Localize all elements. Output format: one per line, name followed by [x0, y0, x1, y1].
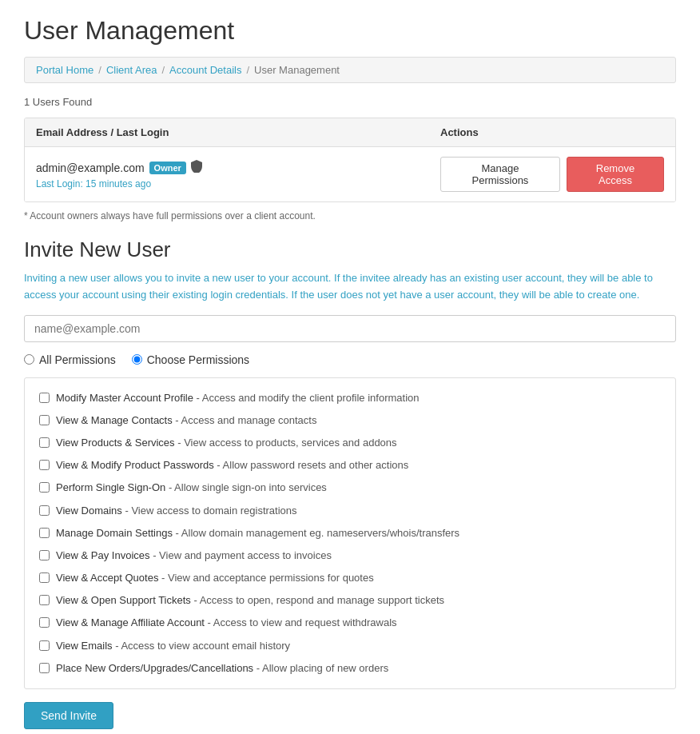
- users-table: Email Address / Last Login Actions admin…: [24, 118, 676, 202]
- owner-badge: Owner: [149, 162, 186, 174]
- user-actions: Manage Permissions Remove Access: [440, 157, 664, 192]
- permission-label-4: Perform Single Sign-On - Allow single si…: [56, 481, 327, 495]
- breadcrumb-sep-3: /: [246, 64, 249, 76]
- breadcrumb-sep-1: /: [98, 64, 101, 76]
- permission-item: View Domains - View access to domain reg…: [39, 504, 661, 518]
- permission-item: Modify Master Account Profile - Access a…: [39, 391, 661, 405]
- permission-item: View & Modify Product Passwords - Allow …: [39, 458, 661, 473]
- permissions-radio-group: All Permissions Choose Permissions: [24, 353, 676, 366]
- invite-description: Inviting a new user allows you to invite…: [24, 270, 676, 304]
- user-email: admin@example.com: [36, 162, 145, 174]
- permission-checkbox-4[interactable]: [39, 482, 50, 493]
- permission-checkbox-3[interactable]: [39, 460, 50, 470]
- send-invite-button[interactable]: Send Invite: [24, 702, 113, 729]
- breadcrumb-portal-home[interactable]: Portal Home: [36, 64, 93, 76]
- radio-all-permissions[interactable]: All Permissions: [24, 353, 116, 366]
- table-header: Email Address / Last Login Actions: [25, 118, 675, 147]
- permission-item: View Products & Services - View access t…: [39, 436, 661, 450]
- invite-title: Invite New User: [24, 237, 676, 262]
- permission-label-12: Place New Orders/Upgrades/Cancellations …: [56, 661, 388, 676]
- permission-checkbox-5[interactable]: [39, 505, 50, 516]
- page-title: User Management: [24, 16, 676, 46]
- permission-item: Manage Domain Settings - Allow domain ma…: [39, 526, 661, 541]
- permission-label-10: View & Manage Affiliate Account - Access…: [56, 616, 397, 630]
- permission-item: View & Manage Affiliate Account - Access…: [39, 616, 661, 630]
- invite-section: Invite New User Inviting a new user allo…: [24, 237, 676, 729]
- permission-label-2: View Products & Services - View access t…: [56, 436, 397, 450]
- radio-choose-label: Choose Permissions: [147, 353, 249, 366]
- permission-checkbox-11[interactable]: [39, 640, 50, 651]
- radio-choose-permissions[interactable]: Choose Permissions: [132, 353, 249, 366]
- permission-item: View & Pay Invoices - View and payment a…: [39, 549, 661, 563]
- remove-access-button[interactable]: Remove Access: [567, 157, 664, 192]
- permission-label-6: Manage Domain Settings - Allow domain ma…: [56, 526, 459, 541]
- permission-label-5: View Domains - View access to domain reg…: [56, 504, 297, 518]
- permission-checkbox-2[interactable]: [39, 437, 50, 448]
- manage-permissions-button[interactable]: Manage Permissions: [440, 157, 560, 192]
- permission-label-3: View & Modify Product Passwords - Allow …: [56, 458, 408, 473]
- permission-label-9: View & Open Support Tickets - Access to …: [56, 593, 444, 608]
- col-header-actions: Actions: [440, 126, 664, 138]
- permission-checkbox-1[interactable]: [39, 415, 50, 425]
- permission-label-7: View & Pay Invoices - View and payment a…: [56, 549, 332, 563]
- breadcrumb-account-details[interactable]: Account Details: [169, 64, 241, 76]
- permission-item: View & Accept Quotes - View and acceptan…: [39, 571, 661, 585]
- email-line: admin@example.com Owner: [36, 160, 440, 176]
- invite-email-input[interactable]: [24, 315, 676, 342]
- breadcrumb-client-area[interactable]: Client Area: [106, 64, 157, 76]
- col-header-email: Email Address / Last Login: [36, 126, 440, 138]
- last-login: Last Login: 15 minutes ago: [36, 178, 440, 189]
- table-row: admin@example.com Owner Last Login: 15 m…: [25, 147, 675, 201]
- permission-checkbox-12[interactable]: [39, 663, 50, 673]
- permissions-footnote: * Account owners always have full permis…: [24, 210, 676, 221]
- user-email-cell: admin@example.com Owner Last Login: 15 m…: [36, 160, 440, 189]
- permission-label-8: View & Accept Quotes - View and acceptan…: [56, 571, 374, 585]
- radio-all-label: All Permissions: [39, 353, 116, 366]
- permission-checkbox-10[interactable]: [39, 617, 50, 628]
- permission-item: View & Manage Contacts - Access and mana…: [39, 413, 661, 428]
- permission-checkbox-9[interactable]: [39, 595, 50, 605]
- breadcrumb: Portal Home / Client Area / Account Deta…: [24, 57, 676, 83]
- permission-checkbox-7[interactable]: [39, 550, 50, 560]
- breadcrumb-current: User Management: [254, 64, 340, 76]
- shield-icon: [191, 160, 202, 176]
- permission-item: View Emails - Access to view account ema…: [39, 639, 661, 653]
- permission-item: Perform Single Sign-On - Allow single si…: [39, 481, 661, 495]
- breadcrumb-sep-2: /: [161, 64, 165, 76]
- permission-checkbox-6[interactable]: [39, 528, 50, 538]
- permission-checkbox-0[interactable]: [39, 393, 50, 403]
- radio-all-input[interactable]: [24, 354, 34, 365]
- permission-item: View & Open Support Tickets - Access to …: [39, 593, 661, 608]
- last-login-value: 15 minutes ago: [86, 178, 151, 189]
- last-login-label: Last Login:: [36, 178, 83, 189]
- permissions-list: Modify Master Account Profile - Access a…: [24, 377, 676, 689]
- permission-label-1: View & Manage Contacts - Access and mana…: [56, 413, 316, 428]
- permission-item: Place New Orders/Upgrades/Cancellations …: [39, 661, 661, 676]
- users-found-count: 1 Users Found: [24, 96, 676, 108]
- radio-choose-input[interactable]: [132, 354, 142, 365]
- permission-label-11: View Emails - Access to view account ema…: [56, 639, 290, 653]
- permission-label-0: Modify Master Account Profile - Access a…: [56, 391, 420, 405]
- permission-checkbox-8[interactable]: [39, 572, 50, 583]
